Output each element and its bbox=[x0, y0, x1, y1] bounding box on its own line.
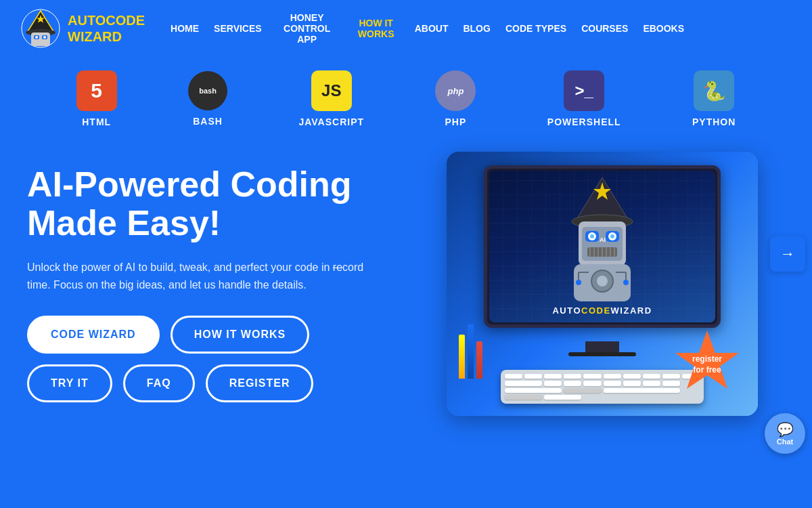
lang-html[interactable]: 5 HTML bbox=[76, 70, 117, 127]
logo-icon bbox=[20, 8, 61, 49]
lang-bash[interactable]: bash BASH bbox=[188, 71, 227, 127]
hero-buttons-row2: TRY IT FAQ REGISTER bbox=[27, 364, 420, 402]
nav-courses[interactable]: COURSES bbox=[581, 23, 628, 34]
pencils-decoration bbox=[459, 324, 482, 379]
arrow-right-icon: → bbox=[780, 245, 795, 263]
php-label: PHP bbox=[445, 117, 467, 127]
svg-point-31 bbox=[597, 276, 608, 287]
hero-description: Unlock the power of AI to build, tweak, … bbox=[27, 259, 379, 293]
lang-php[interactable]: php PHP bbox=[435, 70, 476, 127]
svg-point-8 bbox=[43, 36, 46, 39]
faq-button[interactable]: FAQ bbox=[123, 364, 195, 402]
ps-label: POWERSHELL bbox=[547, 117, 621, 127]
monitor-brand-text: AUTOCODEWIZARD bbox=[489, 305, 715, 316]
try-it-button[interactable]: TRY IT bbox=[27, 364, 112, 402]
wizard-robot-svg: AI bbox=[548, 174, 656, 303]
hero-left: AI-Powered Coding Made Easy! Unlock the … bbox=[27, 152, 420, 413]
python-icon: 🐍 bbox=[694, 70, 734, 111]
nav-code-types[interactable]: CODE TYPES bbox=[505, 23, 566, 34]
lang-powershell[interactable]: >_ POWERSHELL bbox=[547, 70, 621, 127]
badge-text: register for free bbox=[692, 354, 722, 375]
svg-point-16 bbox=[590, 234, 594, 238]
python-label: PYTHON bbox=[692, 117, 736, 127]
nav-home[interactable]: HOME bbox=[171, 23, 199, 34]
logo[interactable]: AUTOCODE WIZARD bbox=[20, 8, 145, 49]
language-bar: 5 HTML bash BASH JS JAVASCRIPT php PHP >… bbox=[0, 57, 812, 138]
nav-blog[interactable]: BLOG bbox=[463, 23, 490, 34]
hero-image: AI bbox=[447, 152, 758, 416]
register-button[interactable]: REGISTER bbox=[206, 364, 314, 402]
how-it-works-button[interactable]: HOW IT WORKS bbox=[171, 316, 310, 354]
ps-icon: >_ bbox=[564, 70, 604, 111]
next-arrow-button[interactable]: → bbox=[770, 236, 805, 272]
hero-title: AI-Powered Coding Made Easy! bbox=[27, 165, 420, 242]
js-icon: JS bbox=[311, 70, 352, 111]
php-icon: php bbox=[435, 70, 476, 111]
js-label: JAVASCRIPT bbox=[298, 117, 364, 127]
nav-ebooks[interactable]: EBOOKS bbox=[643, 23, 684, 34]
svg-point-7 bbox=[35, 36, 38, 39]
bash-icon: bash bbox=[188, 71, 227, 110]
nav-how-it-works[interactable]: HOW IT WORKS bbox=[353, 18, 400, 39]
nav-links: HOME SERVICES HONEY CONTROL APP HOW IT W… bbox=[171, 12, 684, 45]
logo-text: AUTOCODE WIZARD bbox=[68, 12, 145, 45]
monitor-frame: AI bbox=[484, 165, 721, 341]
hero-section: AI-Powered Coding Made Easy! Unlock the … bbox=[0, 138, 812, 416]
chat-button[interactable]: 💬 Chat bbox=[765, 413, 805, 454]
code-wizard-button[interactable]: CODE WIZARD bbox=[27, 316, 160, 354]
nav-honey-control[interactable]: HONEY CONTROL APP bbox=[277, 12, 338, 45]
nav-about[interactable]: ABOUT bbox=[415, 23, 449, 34]
bash-label: BASH bbox=[193, 116, 223, 127]
hero-buttons-row1: CODE WIZARD HOW IT WORKS bbox=[27, 316, 420, 354]
nav-services[interactable]: SERVICES bbox=[214, 23, 262, 34]
svg-text:AI: AI bbox=[600, 236, 606, 243]
html-icon: 5 bbox=[76, 70, 117, 111]
lang-javascript[interactable]: JS JAVASCRIPT bbox=[298, 70, 364, 127]
svg-point-19 bbox=[610, 234, 614, 238]
hero-right: AI bbox=[420, 152, 785, 416]
lang-python[interactable]: 🐍 PYTHON bbox=[692, 70, 736, 127]
html-label: HTML bbox=[82, 117, 111, 127]
register-badge[interactable]: register for free bbox=[670, 328, 744, 402]
svg-point-36 bbox=[576, 280, 581, 285]
svg-rect-4 bbox=[31, 33, 50, 46]
navbar: AUTOCODE WIZARD HOME SERVICES HONEY CONT… bbox=[0, 0, 812, 57]
svg-point-37 bbox=[623, 280, 629, 285]
chat-label: Chat bbox=[777, 438, 793, 446]
